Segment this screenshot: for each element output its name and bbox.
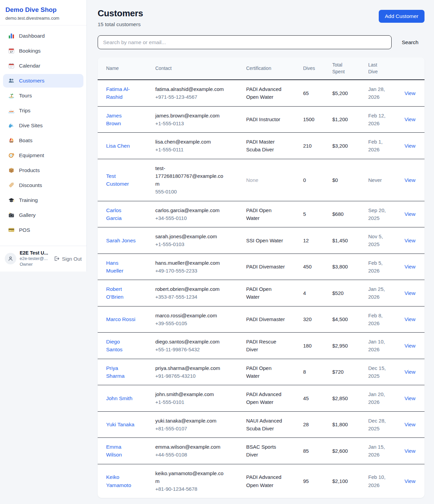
column-header-name: Name bbox=[98, 57, 155, 80]
customer-dives-cell: 8 bbox=[303, 359, 332, 385]
customer-name-cell: Sarah Jones bbox=[98, 227, 155, 254]
customer-last-dive: Feb 8, 2026 bbox=[368, 312, 389, 328]
view-customer-link[interactable]: View bbox=[405, 177, 415, 183]
customer-contact-cell: yuki.tanaka@example.com+81-555-0107 bbox=[155, 411, 246, 438]
sidebar-item-gallery[interactable]: Gallery bbox=[3, 208, 83, 222]
customer-name-link[interactable]: Diego Santos bbox=[106, 338, 136, 354]
customer-name-link[interactable]: Test Customer bbox=[106, 172, 136, 188]
customer-certification: PADI Open Water bbox=[246, 206, 286, 222]
customer-last-dive: Feb 5, 2026 bbox=[368, 259, 389, 275]
customer-phone: +1-555-0103 bbox=[155, 240, 243, 248]
customer-last-dive-cell: Never bbox=[368, 159, 405, 201]
camera-icon bbox=[8, 212, 15, 218]
customer-total-spent-cell: $2,600 bbox=[332, 438, 368, 464]
table-row: Test Customertest-1772681807767@example.… bbox=[98, 159, 425, 201]
customer-name-link[interactable]: Emma Wilson bbox=[106, 443, 136, 459]
table-row: Diego Santosdiego.santos@example.com+55-… bbox=[98, 333, 425, 359]
diving-mask-icon bbox=[8, 152, 15, 158]
sidebar-item-bookings[interactable]: 17Bookings bbox=[3, 44, 83, 58]
view-customer-link[interactable]: View bbox=[405, 290, 415, 296]
sidebar-item-pos[interactable]: POS bbox=[3, 223, 83, 237]
customer-actions-cell: View bbox=[405, 106, 425, 133]
customer-contact-cell: marco.rossi@example.com+39-555-0105 bbox=[155, 306, 246, 333]
sidebar-item-discounts[interactable]: Discounts bbox=[3, 179, 83, 192]
table-row: Sarah Jonessarah.jones@example.com+1-555… bbox=[98, 227, 425, 254]
customer-contact-cell: priya.sharma@example.com+91-98765-43210 bbox=[155, 359, 246, 385]
search-input[interactable] bbox=[98, 35, 392, 49]
tag-icon bbox=[8, 182, 15, 188]
customer-name-cell: Lisa Chen bbox=[98, 133, 155, 159]
view-customer-link[interactable]: View bbox=[405, 211, 415, 217]
table-row: Marco Rossimarco.rossi@example.com+39-55… bbox=[98, 306, 425, 333]
table-row: Carlos Garciacarlos.garcia@example.com+3… bbox=[98, 201, 425, 227]
customer-name-link[interactable]: Hans Mueller bbox=[106, 259, 136, 275]
sidebar-item-trips[interactable]: Trips bbox=[3, 104, 83, 117]
customer-dives-cell: 180 bbox=[303, 333, 332, 359]
customer-actions-cell: View bbox=[405, 438, 425, 464]
search-button[interactable]: Search bbox=[400, 37, 420, 48]
customer-certification-cell: NAUI Advanced Scuba Diver bbox=[246, 411, 303, 438]
sidebar-item-equipment[interactable]: Equipment bbox=[3, 149, 83, 162]
customer-name-link[interactable]: Priya Sharma bbox=[106, 364, 136, 380]
view-customer-link[interactable]: View bbox=[405, 90, 415, 96]
speedboat-icon bbox=[8, 107, 15, 114]
customer-name-link[interactable]: Marco Rossi bbox=[106, 315, 135, 323]
customer-last-dive: Jan 10, 2026 bbox=[368, 338, 389, 354]
sidebar-item-calendar[interactable]: Calendar bbox=[3, 59, 83, 73]
customer-dives-cell: 210 bbox=[303, 133, 332, 159]
customer-email: yuki.tanaka@example.com bbox=[155, 417, 227, 425]
column-header-dives: Dives bbox=[303, 57, 332, 80]
customer-name-link[interactable]: Fatima Al-Rashid bbox=[106, 85, 136, 101]
view-customer-link[interactable]: View bbox=[405, 478, 415, 484]
sidebar-item-training[interactable]: Training bbox=[3, 193, 83, 207]
customer-certification: PADI Open Water bbox=[246, 364, 286, 380]
customer-total-spent-cell: $2,100 bbox=[332, 464, 368, 498]
customer-name-link[interactable]: Robert O'Brien bbox=[106, 285, 136, 301]
customer-certification: None bbox=[246, 176, 258, 184]
customer-contact-cell: james.brown@example.com+1-555-0113 bbox=[155, 106, 246, 133]
customer-last-dive: Sep 20, 2025 bbox=[368, 206, 389, 222]
view-customer-link[interactable]: View bbox=[405, 264, 415, 269]
customer-last-dive: Nov 5, 2025 bbox=[368, 232, 389, 248]
customer-phone: +55-11-99876-5432 bbox=[155, 346, 243, 353]
main-content: Customers 15 total customers Add Custome… bbox=[87, 0, 434, 504]
island-icon bbox=[8, 92, 15, 99]
add-customer-button[interactable]: Add Customer bbox=[379, 10, 425, 23]
view-customer-link[interactable]: View bbox=[405, 343, 415, 349]
customer-name-link[interactable]: Keiko Yamamoto bbox=[106, 473, 136, 489]
customer-name-link[interactable]: James Brown bbox=[106, 112, 136, 128]
customer-name-cell: Carlos Garcia bbox=[98, 201, 155, 227]
customer-name-link[interactable]: Yuki Tanaka bbox=[106, 421, 134, 428]
view-customer-link[interactable]: View bbox=[405, 143, 415, 149]
view-customer-link[interactable]: View bbox=[405, 448, 415, 454]
view-customer-link[interactable]: View bbox=[405, 316, 415, 322]
credit-card-icon bbox=[8, 227, 15, 233]
customer-certification-cell: BSAC Sports Diver bbox=[246, 438, 303, 464]
view-customer-link[interactable]: View bbox=[405, 238, 415, 243]
sidebar-item-products[interactable]: Products bbox=[3, 164, 83, 177]
view-customer-link[interactable]: View bbox=[405, 116, 415, 122]
customer-total-spent-cell: $1,450 bbox=[332, 227, 368, 254]
view-customer-link[interactable]: View bbox=[405, 395, 415, 401]
sidebar-item-tours[interactable]: Tours bbox=[3, 89, 83, 102]
customer-name-link[interactable]: Lisa Chen bbox=[106, 142, 130, 150]
customer-last-dive-cell: Jan 15, 2026 bbox=[368, 438, 405, 464]
customer-certification: PADI Divemaster bbox=[246, 263, 285, 270]
sidebar-item-label: Trips bbox=[19, 108, 31, 114]
customer-name-link[interactable]: Sarah Jones bbox=[106, 237, 136, 244]
sidebar-item-dashboard[interactable]: Dashboard bbox=[3, 29, 83, 43]
customer-name-link[interactable]: Carlos Garcia bbox=[106, 206, 136, 222]
sidebar-item-label: Dive Sites bbox=[19, 123, 43, 129]
view-customer-link[interactable]: View bbox=[405, 369, 415, 375]
sidebar-item-customers[interactable]: Customers bbox=[3, 74, 83, 88]
customer-last-dive-cell: Feb 1, 2026 bbox=[368, 133, 405, 159]
customer-name-link[interactable]: John Smith bbox=[106, 394, 133, 402]
customer-certification: NAUI Advanced Scuba Diver bbox=[246, 417, 286, 433]
sidebar-user-section: E2E Test U... e2e-tester@... Owner Sign … bbox=[0, 246, 86, 272]
sidebar-item-boats[interactable]: Boats bbox=[3, 134, 83, 147]
customer-email: test-1772681807767@example.com bbox=[155, 164, 227, 188]
view-customer-link[interactable]: View bbox=[405, 422, 415, 427]
sign-out-button[interactable]: Sign Out bbox=[54, 256, 82, 262]
column-header-contact: Contact bbox=[155, 57, 246, 80]
sidebar-item-dive-sites[interactable]: Dive Sites bbox=[3, 119, 83, 132]
